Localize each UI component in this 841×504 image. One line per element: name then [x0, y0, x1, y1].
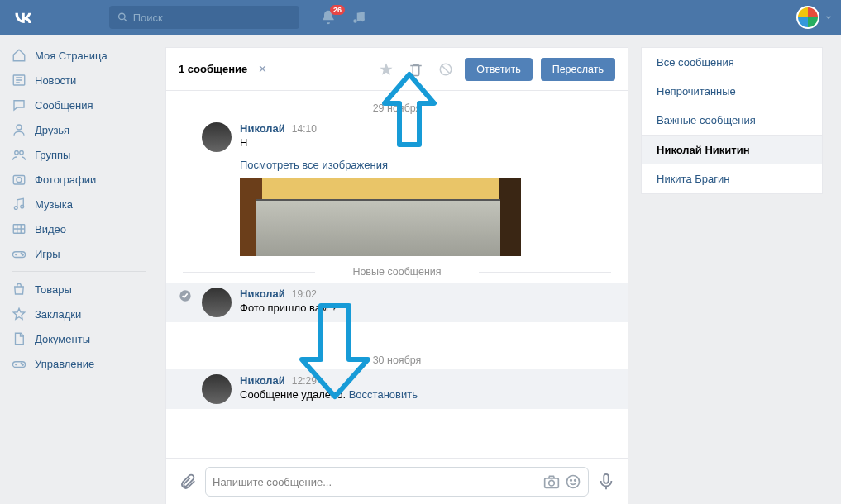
search-box[interactable] [109, 6, 299, 29]
forward-button[interactable]: Переслать [541, 58, 615, 81]
nav-label: Группы [35, 149, 70, 161]
msg-text: Сообщение удалено. Восстановить [240, 388, 615, 401]
nav-groups[interactable]: Группы [0, 142, 157, 167]
photo-icon [12, 172, 26, 187]
nav-label: Игры [35, 248, 60, 260]
message-input[interactable] [213, 476, 543, 488]
svg-point-0 [119, 13, 125, 19]
nav-bag[interactable]: Товары [0, 277, 157, 302]
check-icon [179, 288, 194, 317]
nav-label: Друзья [35, 124, 69, 136]
camera-icon[interactable] [543, 473, 560, 490]
notifications-button[interactable]: 26 [320, 9, 337, 26]
avatar[interactable] [202, 122, 232, 152]
music-icon [12, 197, 26, 212]
message-input-wrap[interactable] [205, 467, 589, 497]
msg-time: 19:02 [292, 288, 317, 300]
restore-link[interactable]: Восстановить [349, 388, 418, 401]
sender-name[interactable]: Николай [240, 122, 285, 135]
svg-point-9 [14, 207, 17, 210]
chat-panel: 1 сообщение ✕ Ответить Переслать 29 нояб… [165, 47, 628, 504]
view-all-images-link[interactable]: Посмотреть все изображения [240, 159, 615, 171]
nav-label: Товары [35, 283, 72, 296]
svg-point-5 [15, 151, 19, 155]
search-icon [117, 12, 128, 23]
sender-name[interactable]: Николай [240, 374, 285, 387]
svg-point-23 [571, 480, 572, 482]
mic-icon[interactable] [597, 473, 615, 491]
msg-text: Н [240, 136, 615, 149]
date-separator: 29 ноября [166, 99, 628, 117]
nav-games[interactable]: Игры [0, 241, 157, 266]
nav-msg[interactable]: Сообщения [0, 93, 157, 117]
image-attachment[interactable] [240, 178, 521, 256]
nav-label: Видео [35, 223, 66, 235]
profile-menu[interactable] [796, 6, 833, 29]
nav-home[interactable]: Моя Страница [0, 43, 157, 68]
svg-point-14 [22, 254, 24, 256]
delete-button[interactable] [405, 59, 427, 80]
nav-friends[interactable]: Друзья [0, 117, 157, 142]
svg-point-8 [17, 178, 22, 183]
nav-photo[interactable]: Фотографии [0, 167, 157, 192]
msg-text: Фото пришло вам ? [240, 302, 615, 314]
sender-name[interactable]: Николай [240, 288, 285, 300]
filter-item[interactable]: Непрочитанные [642, 77, 822, 106]
games-icon [12, 246, 26, 261]
spam-button[interactable] [435, 59, 456, 80]
bag-icon [12, 282, 26, 297]
star-icon [12, 307, 26, 321]
chat-header: 1 сообщение ✕ Ответить Переслать [166, 48, 628, 91]
emoji-icon[interactable] [565, 473, 581, 490]
friends-icon [12, 122, 26, 137]
nav-video[interactable]: Видео [0, 216, 157, 241]
nav-label: Документы [35, 333, 90, 345]
date-separator: 30 ноября [166, 351, 628, 369]
clear-selection-button[interactable]: ✕ [256, 63, 270, 75]
svg-point-1 [353, 19, 357, 23]
reply-button[interactable]: Ответить [465, 58, 532, 81]
filter-item[interactable]: Никита Брагин [642, 164, 822, 193]
msg-time: 14:10 [292, 123, 317, 135]
nav-doc[interactable]: Документы [0, 326, 157, 351]
message[interactable]: Николай14:10 Н Посмотреть все изображени… [166, 117, 628, 261]
music-icon[interactable] [351, 10, 366, 25]
vk-logo-icon[interactable] [12, 6, 35, 29]
svg-rect-7 [13, 176, 25, 185]
filter-item[interactable]: Николай Никитин [642, 136, 822, 164]
nav-label: Фотографии [35, 174, 96, 186]
attach-icon[interactable] [179, 473, 197, 491]
filter-item[interactable]: Важные сообщения [642, 106, 822, 135]
svg-point-21 [549, 480, 555, 486]
avatar[interactable] [202, 288, 232, 317]
nav-label: Моя Страница [35, 50, 108, 62]
message-selected[interactable]: Николай19:02 Фото пришло вам ? [166, 283, 628, 322]
filter-item[interactable]: Все сообщения [642, 48, 822, 77]
selection-count: 1 сообщение [179, 63, 247, 75]
video-icon [12, 221, 26, 236]
svg-point-2 [361, 18, 365, 22]
nav-label: Сообщения [35, 99, 93, 112]
doc-icon [12, 331, 26, 346]
message-deleted[interactable]: Николай12:29 Сообщение удалено. Восстано… [166, 369, 628, 409]
nav-label: Закладки [35, 308, 81, 321]
notif-badge: 26 [330, 5, 345, 15]
avatar[interactable] [202, 374, 232, 404]
top-header: 26 [0, 0, 841, 35]
chat-footer [166, 458, 628, 504]
msg-icon [12, 97, 26, 112]
left-sidebar: Моя СтраницаНовостиСообщенияДрузьяГруппы… [0, 35, 157, 504]
right-panel: Все сообщенияНепрочитанныеВажные сообщен… [641, 47, 823, 194]
svg-point-4 [17, 125, 22, 130]
star-button[interactable] [375, 59, 397, 80]
search-input[interactable] [133, 12, 291, 24]
svg-point-10 [21, 205, 24, 208]
msg-time: 12:29 [292, 375, 317, 387]
nav-gamepad[interactable]: Управление [0, 351, 157, 376]
svg-point-22 [567, 476, 580, 488]
svg-rect-25 [604, 474, 609, 483]
nav-star[interactable]: Закладки [0, 302, 157, 326]
nav-music[interactable]: Музыка [0, 192, 157, 216]
nav-news[interactable]: Новости [0, 68, 157, 93]
home-icon [12, 48, 26, 63]
